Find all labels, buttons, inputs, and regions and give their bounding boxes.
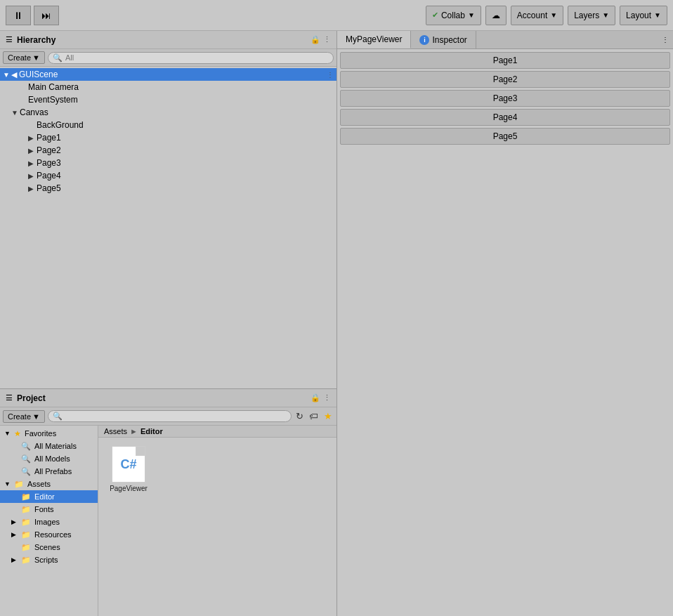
hierarchy-search-box[interactable]: 🔍 [48,52,334,64]
project-item-icon-resources: 📁 [21,530,31,539]
cloud-icon: ☁ [492,11,500,20]
top-toolbar: ⏸ ⏭ ✔ Collab ▼ ☁ Account ▼ Layers ▼ Layo… [0,0,673,31]
hierarchy-item-label-page3-h: Page3 [37,158,61,168]
breadcrumb-current: Editor [141,427,163,435]
step-button[interactable]: ⏭ [34,6,59,25]
hierarchy-item-event-system[interactable]: EventSystem [0,93,336,106]
tab-menu-icon[interactable]: ⋮ [658,31,673,48]
hierarchy-item-guiscene[interactable]: ▼◀GUIScene⋮ [0,68,336,81]
project-tree-item-resources[interactable]: ▶📁Resources [0,528,98,541]
hierarchy-item-page2-h[interactable]: ▶Page2 [0,144,336,157]
project-arrow-icon-images: ▶ [11,518,18,525]
hierarchy-item-page1-h[interactable]: ▶Page1 [0,131,336,144]
tab-bar: MyPageViewer i Inspector ⋮ [337,31,673,49]
project-tree-item-scenes[interactable]: 📁Scenes [0,541,98,553]
inspector-page-page1[interactable]: Page1 [340,52,670,69]
inspector-page-page4[interactable]: Page4 [340,109,670,126]
hierarchy-item-label-event-system: EventSystem [28,95,78,105]
tab-inspector[interactable]: i Inspector [411,31,476,48]
hierarchy-search-input[interactable] [65,53,329,62]
project-star-icon[interactable]: ★ [322,409,334,423]
project-tree-label-fonts: Fonts [34,505,54,513]
file-item-pageviewer[interactable]: C#PageViewer [104,443,153,495]
project-title: Project [17,393,46,403]
project-lock-icon[interactable]: 🔒 [311,393,320,402]
arrow-icon-page5-h: ▶ [28,185,37,192]
breadcrumb-arrow-icon: ► [130,427,138,435]
layout-button[interactable]: Layout ▼ [620,6,667,25]
tab-mypageviewer[interactable]: MyPageViewer [337,31,411,48]
hierarchy-create-button[interactable]: Create ▼ [3,51,45,64]
project-tag-icon[interactable]: 🏷 [308,409,320,423]
arrow-icon-guiscene: ▼ [3,71,11,79]
project-item-icon-all-models: 🔍 [21,454,31,464]
left-panel: ☰ Hierarchy 🔒 ⋮ Create ▼ 🔍 ▼◀GUIScene⋮Ma… [0,31,337,616]
project-tree-item-all-prefabs[interactable]: 🔍All Prefabs [0,465,98,478]
layers-button[interactable]: Layers ▼ [568,6,615,25]
toolbar-left: ⏸ ⏭ [6,6,59,25]
project-tree-item-images[interactable]: ▶📁Images [0,516,98,528]
project-tree-item-scripts[interactable]: ▶📁Scripts [0,553,98,566]
hierarchy-item-label-canvas: Canvas [20,107,48,117]
hierarchy-item-main-camera[interactable]: Main Camera [0,81,336,93]
project-tree-label-images: Images [34,518,60,526]
project-item-icon-scripts: 📁 [21,556,31,565]
project-create-button[interactable]: Create ▼ [3,410,45,423]
inspector-page-page5[interactable]: Page5 [340,128,670,145]
hierarchy-item-canvas[interactable]: ▼Canvas [0,106,336,119]
pause-button[interactable]: ⏸ [6,6,31,25]
hierarchy-toolbar: Create ▼ 🔍 [0,49,336,67]
arrow-icon-page4-h: ▶ [28,172,37,180]
hierarchy-content: ▼◀GUIScene⋮Main CameraEventSystem▼Canvas… [0,67,336,388]
hierarchy-item-page4-h[interactable]: ▶Page4 [0,169,336,182]
project-tree-label-assets: Assets [27,480,51,488]
project-create-label: Create [8,412,31,421]
project-tree-label-resources: Resources [34,530,72,539]
project-tree-item-favorites[interactable]: ▼★Favorites [0,427,98,440]
project-item-icon-fonts: 📁 [21,505,31,514]
account-arrow-icon: ▼ [550,11,557,19]
project-files-area: Assets ► Editor C#PageViewer [98,426,336,616]
hierarchy-list-icon: ☰ [6,35,13,44]
hierarchy-item-dots-guiscene[interactable]: ⋮ [327,71,334,79]
project-tree-label-scripts: Scripts [34,556,58,564]
hierarchy-create-label: Create [8,53,31,62]
project-search-box[interactable]: 🔍 [48,410,292,422]
hierarchy-title: Hierarchy [17,35,55,45]
hierarchy-menu-icon[interactable]: ⋮ [323,35,331,44]
toolbar-right: ✔ Collab ▼ ☁ Account ▼ Layers ▼ Layout ▼ [426,6,667,25]
project-tree-item-editor[interactable]: 📁Editor [0,490,98,503]
project-arrow-icon-scripts: ▶ [11,556,18,563]
hierarchy-item-label-guiscene: GUIScene [19,70,58,79]
project-tree-item-assets[interactable]: ▼📁Assets [0,478,98,490]
project-tree-label-all-materials: All Materials [34,442,77,450]
inspector-page-page3[interactable]: Page3 [340,90,670,107]
hierarchy-item-page5-h[interactable]: ▶Page5 [0,182,336,195]
project-search-input[interactable] [65,412,287,421]
project-tree-item-all-models[interactable]: 🔍All Models [0,452,98,465]
layout-arrow-icon: ▼ [654,11,661,19]
hierarchy-header: ☰ Hierarchy 🔒 ⋮ [0,31,336,49]
inspector-page-page2[interactable]: Page2 [340,71,670,88]
project-arrow-icon-resources: ▶ [11,531,18,538]
tab-inspector-label: Inspector [432,35,466,45]
layers-arrow-icon: ▼ [602,11,609,19]
cloud-button[interactable]: ☁ [485,6,507,25]
collab-label: Collab [441,11,465,20]
project-header-icons: 🔒 ⋮ [311,393,331,402]
hierarchy-item-page3-h[interactable]: ▶Page3 [0,157,336,169]
project-tree-item-all-materials[interactable]: 🔍All Materials [0,440,98,452]
account-button[interactable]: Account ▼ [511,6,563,25]
breadcrumb: Assets ► Editor [98,426,336,438]
inspector-content: Page1Page2Page3Page4Page5 [337,49,673,616]
project-tree-label-all-models: All Models [34,454,70,463]
hierarchy-lock-icon[interactable]: 🔒 [311,35,320,44]
project-refresh-icon[interactable]: ↻ [294,409,305,423]
hierarchy-item-background[interactable]: BackGround [0,119,336,131]
project-tree-item-fonts[interactable]: 📁Fonts [0,503,98,516]
collab-button[interactable]: ✔ Collab ▼ [426,6,481,25]
project-menu-icon[interactable]: ⋮ [323,393,331,402]
project-item-icon-favorites: ★ [14,429,21,438]
hierarchy-item-label-page5-h: Page5 [37,183,61,193]
breadcrumb-root: Assets [104,427,127,435]
